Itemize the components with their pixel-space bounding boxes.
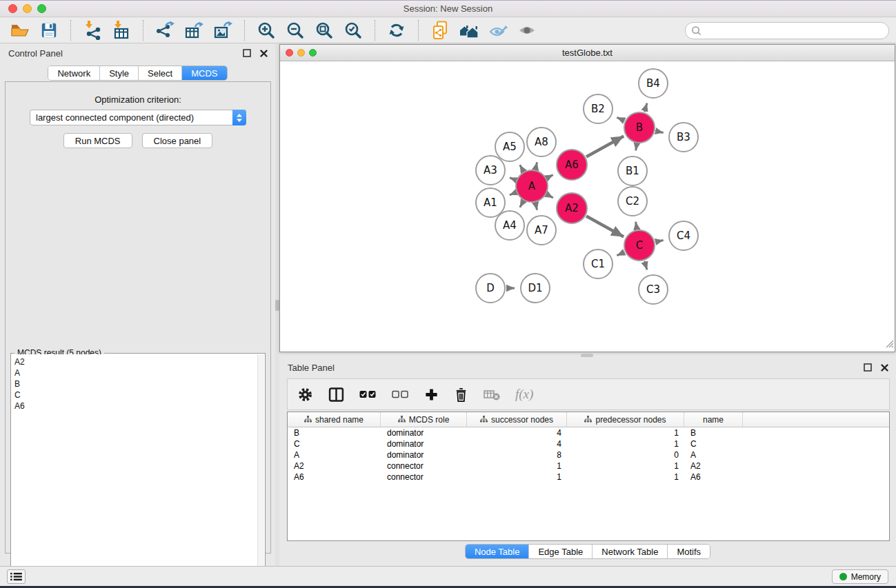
graph-edge-B-B3[interactable] (655, 131, 663, 132)
open-session-icon[interactable] (10, 20, 30, 41)
graph-edge-A-A2[interactable] (547, 194, 553, 198)
table-cell[interactable]: A2 (288, 461, 381, 471)
float-panel-icon[interactable] (242, 48, 252, 58)
network-canvas[interactable]: AA1A2A3A4A5A6A7A8BB1B2B3B4CC1C2C3C4DD1 (280, 61, 895, 352)
tab-edge-table[interactable]: Edge Table (529, 545, 593, 558)
memory-button[interactable]: Memory (832, 569, 888, 584)
network-minimize-button[interactable] (297, 49, 305, 57)
toggle-annotations-icon[interactable] (488, 20, 508, 41)
mcds-result-item[interactable]: A (14, 367, 257, 378)
graph-edge-A2-C[interactable] (586, 216, 624, 237)
mcds-result-item[interactable]: B (14, 378, 257, 389)
home-icon[interactable] (459, 20, 479, 41)
graph-edge-B-B4[interactable] (644, 103, 647, 112)
mcds-result-item[interactable]: A6 (14, 401, 257, 412)
tab-mcds[interactable]: MCDS (182, 66, 226, 80)
minimize-window-button[interactable] (23, 4, 32, 13)
zoom-fit-icon[interactable] (314, 20, 335, 41)
table-cell[interactable]: 1 (467, 472, 567, 482)
table-cell[interactable]: 1 (567, 439, 684, 449)
graph-edge-C-C2[interactable] (636, 222, 637, 230)
tab-network-table[interactable]: Network Table (593, 545, 668, 558)
graph-edge-A-A3[interactable] (510, 178, 516, 180)
table-cell[interactable]: C (288, 439, 381, 449)
table-cell[interactable]: A6 (684, 472, 743, 482)
tab-node-table[interactable]: Node Table (466, 545, 530, 558)
table-cell[interactable]: 0 (567, 450, 684, 460)
search-input[interactable] (705, 26, 883, 36)
refresh-view-icon[interactable] (386, 20, 407, 41)
save-session-icon[interactable] (39, 20, 59, 41)
zoom-out-icon[interactable] (285, 20, 306, 41)
table-cell[interactable]: dominator (381, 450, 467, 460)
column-header-shared-name[interactable]: shared name (288, 412, 381, 427)
column-header-name[interactable]: name (684, 412, 743, 427)
table-cell[interactable]: connector (381, 472, 467, 482)
export-table-icon[interactable] (183, 20, 204, 41)
add-column-icon[interactable] (424, 387, 439, 402)
import-table-icon[interactable] (111, 20, 132, 41)
table-cell[interactable]: C (684, 439, 743, 449)
table-cell[interactable]: 4 (467, 428, 567, 438)
graph-edge-A-A7[interactable] (535, 203, 537, 210)
tab-select[interactable]: Select (139, 66, 182, 80)
table-row[interactable]: A6connector11A6 (288, 472, 889, 483)
table-cell[interactable]: A6 (288, 472, 381, 482)
graph-edge-A-A1[interactable] (510, 192, 516, 195)
graph-edge-B-B2[interactable] (617, 117, 624, 121)
close-panel-icon[interactable] (259, 48, 268, 58)
table-cell[interactable]: 1 (567, 428, 684, 438)
export-network-icon[interactable] (155, 20, 175, 41)
graph-edge-C-C1[interactable] (617, 252, 624, 256)
table-cell[interactable]: B (684, 428, 743, 438)
graph-edge-A-A8[interactable] (535, 162, 537, 169)
zoom-in-icon[interactable] (256, 20, 277, 41)
export-image-icon[interactable] (212, 20, 233, 41)
table-row[interactable]: Bdominator41B (288, 427, 889, 438)
column-header-successor-nodes[interactable]: successor nodes (467, 412, 567, 427)
table-cell[interactable]: dominator (381, 428, 467, 438)
tab-motifs[interactable]: Motifs (668, 545, 710, 558)
table-cell[interactable]: A (288, 450, 381, 460)
task-history-button[interactable] (7, 569, 26, 584)
table-cell[interactable]: connector (381, 461, 467, 471)
horizontal-splitter[interactable] (279, 352, 896, 358)
mcds-result-item[interactable]: C (14, 389, 257, 401)
zoom-window-button[interactable] (37, 4, 46, 13)
close-panel-button[interactable]: Close panel (142, 133, 213, 148)
table-cell[interactable]: 1 (467, 461, 567, 471)
table-cell[interactable]: 1 (567, 472, 684, 482)
table-row[interactable]: Adominator80A (288, 449, 889, 460)
clear-selection-checkboxes-icon[interactable] (392, 389, 409, 399)
column-header-predecessor-nodes[interactable]: predecessor nodes (567, 412, 684, 427)
table-cell[interactable]: 4 (467, 439, 567, 449)
graph-edge-C-C3[interactable] (644, 261, 647, 270)
float-table-panel-icon[interactable] (863, 363, 873, 372)
table-cell[interactable]: A2 (684, 461, 743, 471)
delete-table-icon[interactable] (484, 387, 500, 401)
toggle-graphics-details-icon[interactable] (517, 20, 537, 41)
graph-edge-A6-B[interactable] (586, 136, 624, 157)
mcds-result-item[interactable]: A2 (14, 356, 257, 367)
result-list-scrollbar[interactable] (257, 354, 264, 588)
column-header-MCDS-role[interactable]: MCDS role (381, 412, 467, 427)
table-settings-gear-icon[interactable] (297, 387, 313, 403)
tab-style[interactable]: Style (100, 66, 139, 80)
import-network-icon[interactable] (82, 20, 103, 41)
search-field[interactable] (685, 22, 889, 39)
network-zoom-button[interactable] (309, 49, 317, 57)
table-cell[interactable]: B (288, 428, 381, 438)
run-mcds-button[interactable]: Run MCDS (63, 133, 132, 148)
graph-edge-B-B1[interactable] (636, 144, 637, 151)
apply-function-icon[interactable]: f(x) (515, 387, 533, 402)
split-table-icon[interactable] (328, 387, 344, 403)
window-resize-grip[interactable] (885, 338, 894, 351)
table-cell[interactable]: 1 (567, 461, 684, 471)
table-row[interactable]: Cdominator41C (288, 438, 889, 449)
table-cell[interactable]: A (684, 450, 743, 460)
close-table-panel-icon[interactable] (879, 363, 889, 372)
close-window-button[interactable] (8, 4, 17, 13)
select-all-checkboxes-icon[interactable] (359, 389, 377, 399)
table-cell[interactable]: 8 (467, 450, 567, 460)
network-close-button[interactable] (286, 49, 293, 57)
